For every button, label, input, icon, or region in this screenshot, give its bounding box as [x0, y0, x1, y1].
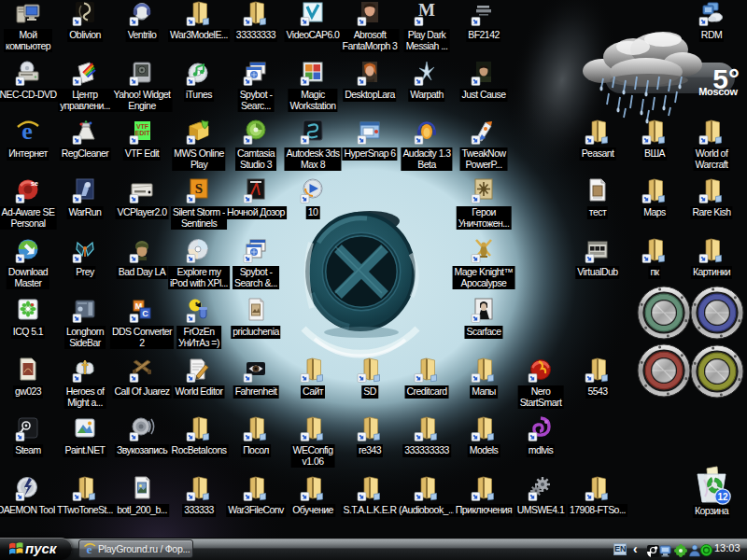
svg-text:M: M	[418, 0, 435, 20]
svg-text:se: se	[31, 180, 38, 187]
svg-text:S: S	[195, 181, 203, 196]
svg-text:12: 12	[717, 492, 728, 502]
svg-text:VTF: VTF	[136, 123, 149, 130]
svg-text:Moscow: Moscow	[698, 86, 738, 97]
svg-text:C: C	[142, 309, 148, 318]
svg-text:EDIT: EDIT	[135, 130, 151, 136]
